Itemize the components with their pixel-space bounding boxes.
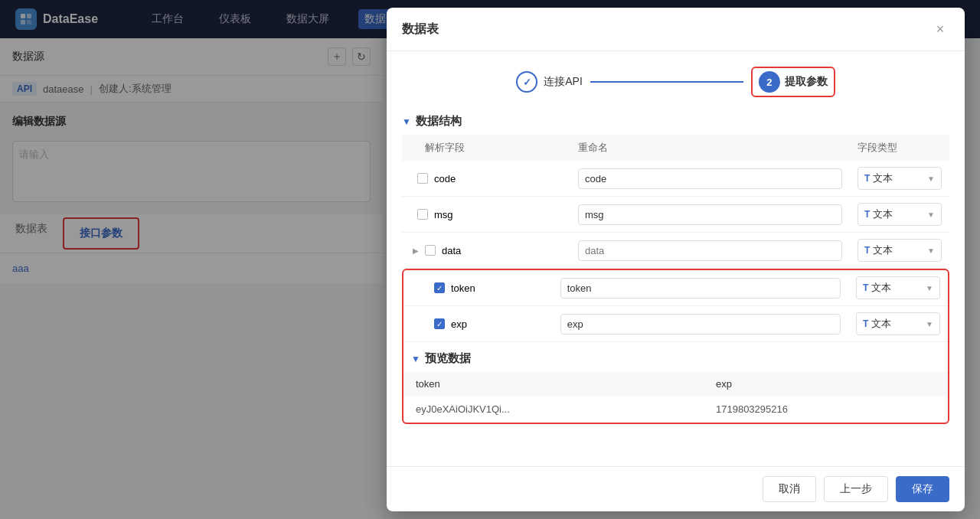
chevron-down-icon: ▼ <box>927 246 935 255</box>
preview-col-token: token <box>403 372 704 396</box>
type-icon: T <box>864 209 870 220</box>
type-exp-label: 文本 <box>871 317 891 331</box>
preview-row: eyJ0eXAiOiJKV1Qi... 1719803295216 <box>403 396 948 423</box>
cancel-button[interactable]: 取消 <box>763 476 816 502</box>
step-1: 连接API <box>516 71 583 93</box>
app-background: DataEase 工作台 仪表板 数据大屏 数据集 数据源 ＋ ↻ API da… <box>0 0 980 519</box>
field-exp: exp <box>451 318 467 330</box>
preview-title: 预览数据 <box>425 351 471 366</box>
table-row: msg T 文本 ▼ <box>402 197 949 233</box>
checkbox-token[interactable]: ✓ <box>434 282 445 293</box>
checkbox-data[interactable] <box>425 245 436 256</box>
field-code: code <box>434 173 456 184</box>
col-rename-header: 重命名 <box>570 135 850 161</box>
dialog-footer: 取消 上一步 保存 <box>387 466 965 511</box>
check-icon <box>523 77 531 88</box>
collapse-arrow[interactable]: ▼ <box>402 116 411 127</box>
type-msg-select[interactable]: T 文本 ▼ <box>858 203 942 226</box>
type-token-label: 文本 <box>871 281 891 295</box>
checkbox-msg[interactable] <box>417 209 428 220</box>
type-icon: T <box>864 173 870 184</box>
type-icon: T <box>864 245 870 256</box>
type-token-select[interactable]: T 文本 ▼ <box>856 276 940 299</box>
data-structure-table: 解析字段 重命名 字段类型 code <box>402 135 949 269</box>
chevron-down-icon: ▼ <box>927 175 935 183</box>
table-row: ✓ token T 文本 ▼ <box>403 270 948 306</box>
preview-exp-value: 1719803295216 <box>704 396 948 423</box>
type-data-select[interactable]: T 文本 ▼ <box>858 239 942 262</box>
highlighted-rows-section: ✓ token T 文本 ▼ <box>402 269 949 424</box>
step-2-box: 2 提取参数 <box>751 67 835 97</box>
checkbox-exp[interactable]: ✓ <box>434 318 445 329</box>
chevron-down-icon: ▼ <box>927 211 935 219</box>
step-1-label: 连接API <box>544 75 583 89</box>
dialog-title: 数据表 <box>402 21 439 38</box>
dialog: 数据表 × 连接API 2 提取参数 ▼ 数据 <box>387 8 965 511</box>
step-1-circle <box>516 71 537 93</box>
type-icon: T <box>863 318 868 329</box>
type-msg-label: 文本 <box>873 207 893 221</box>
type-code-select[interactable]: T 文本 ▼ <box>858 167 942 190</box>
type-icon: T <box>863 282 868 293</box>
rename-code-input[interactable] <box>578 168 842 189</box>
preview-table: token exp eyJ0eXAiOiJKV1Qi... 1719803295… <box>403 372 948 423</box>
data-structure-header: ▼ 数据结构 <box>402 105 949 135</box>
table-row: ✓ exp T 文本 ▼ <box>403 306 948 342</box>
save-button[interactable]: 保存 <box>896 476 949 502</box>
rename-msg-input[interactable] <box>578 204 842 225</box>
checkbox-code[interactable] <box>417 173 428 184</box>
data-structure-title: 数据结构 <box>416 114 462 129</box>
chevron-down-icon: ▼ <box>926 320 933 328</box>
preview-header: ▼ 预览数据 <box>403 342 948 372</box>
expand-data-icon[interactable]: ▶ <box>413 246 419 255</box>
dialog-body: ▼ 数据结构 解析字段 重命名 字段类型 <box>387 105 965 466</box>
rename-token-input[interactable] <box>560 278 841 299</box>
table-row: ▶ data T 文本 ▼ <box>402 233 949 269</box>
rename-data-input[interactable] <box>578 240 842 261</box>
type-data-label: 文本 <box>873 243 893 257</box>
close-button[interactable]: × <box>931 20 949 38</box>
type-exp-select[interactable]: T 文本 ▼ <box>856 312 940 335</box>
step-connector <box>590 81 743 83</box>
data-children-table: ✓ token T 文本 ▼ <box>403 270 948 342</box>
preview-col-exp: exp <box>704 372 948 396</box>
col-field-header: 解析字段 <box>402 135 570 161</box>
field-msg: msg <box>434 209 453 220</box>
step-2-label: 提取参数 <box>785 75 828 89</box>
preview-token-value: eyJ0eXAiOiJKV1Qi... <box>403 396 704 423</box>
type-code-label: 文本 <box>873 171 893 185</box>
stepper: 连接API 2 提取参数 <box>387 51 965 105</box>
field-data: data <box>442 245 461 256</box>
chevron-down-icon: ▼ <box>926 284 933 292</box>
step-2-num: 2 <box>766 77 772 88</box>
preview-collapse-arrow[interactable]: ▼ <box>411 354 420 364</box>
dialog-header: 数据表 × <box>387 8 965 51</box>
prev-step-button[interactable]: 上一步 <box>824 476 888 502</box>
table-row: code T 文本 ▼ <box>402 161 949 197</box>
rename-exp-input[interactable] <box>560 314 841 335</box>
step-2-circle: 2 <box>759 71 780 93</box>
col-type-header: 字段类型 <box>850 135 949 161</box>
field-token: token <box>451 282 475 294</box>
